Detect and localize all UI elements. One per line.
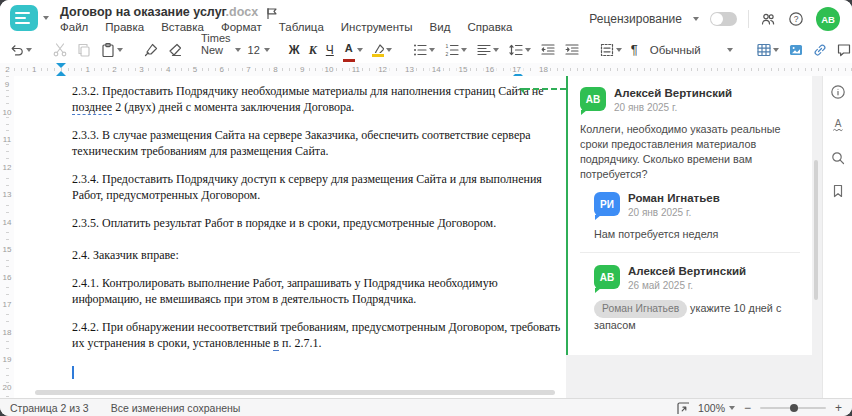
help-icon[interactable]: ? — [788, 11, 805, 28]
first-line-indent-marker[interactable] — [56, 63, 66, 68]
horizontal-scrollbar[interactable] — [35, 390, 555, 395]
insert-table-button[interactable] — [755, 39, 780, 61]
zoom-out-button[interactable]: − — [744, 403, 751, 413]
menu-item[interactable]: Таблица — [279, 21, 324, 33]
zoom-slider[interactable] — [760, 407, 826, 409]
page-indicator[interactable]: Страница 2 из 3 — [10, 402, 89, 414]
insert-link-button[interactable] — [811, 39, 828, 61]
ruler-number: 13 — [403, 65, 416, 74]
search-icon[interactable] — [830, 150, 846, 166]
logo-chevron-down-icon[interactable] — [43, 16, 49, 20]
paragraph: 2.3.2. Предоставить Подрядчику необходим… — [72, 83, 542, 115]
cut-button[interactable] — [51, 39, 68, 61]
bullet-list-chevron-down-icon[interactable] — [429, 48, 435, 52]
ruler-number: 11 — [350, 65, 362, 74]
clear-formatting-button[interactable] — [166, 39, 183, 61]
menu-item[interactable]: Файл — [60, 21, 88, 33]
review-toggle[interactable] — [710, 12, 737, 26]
italic-button[interactable]: К — [308, 39, 318, 61]
ruler-number: 15 — [1, 245, 13, 254]
undo-button[interactable] — [8, 39, 33, 61]
text-run: 2.3.3. В случае размещения Сайта на серв… — [72, 128, 531, 142]
horizontal-ruler: 21123456789101112131415161718 — [0, 63, 852, 77]
spellcheck-icon[interactable]: А — [830, 117, 846, 133]
paragraph: 2.3.5. Оплатить результат Работ в порядк… — [72, 215, 542, 231]
menu-item[interactable]: Правка — [105, 21, 144, 33]
comment[interactable]: АВАлексей Вертинский20 янв 2025 г.Коллег… — [580, 87, 800, 182]
ruler-number: 2 — [110, 65, 118, 74]
menu-item[interactable]: Инструменты — [341, 21, 413, 33]
commenter-avatar: АВ — [580, 87, 606, 111]
paragraph-style-chevron-down-icon — [727, 48, 733, 52]
zoom-select[interactable]: 100% — [698, 402, 735, 414]
ruler-number: 15 — [457, 65, 470, 74]
collaboration-users-icon[interactable] — [760, 11, 777, 28]
commenter-name: Роман Игнатьев — [628, 192, 720, 204]
text-run: 2.3.4. Предоставить Подрядчику доступ к … — [72, 172, 542, 186]
underline-button[interactable]: Ч — [325, 39, 335, 61]
text-run: их устранения в сроки, установленные — [72, 336, 273, 350]
paragraph-settings-button[interactable] — [598, 39, 623, 61]
numbered-list-button[interactable]: 12 — [443, 39, 468, 61]
header-right-controls: Рецензирование ? АВ — [589, 7, 840, 31]
bullet-list-button[interactable] — [411, 39, 436, 61]
decrease-indent-button[interactable] — [539, 39, 556, 61]
favorite-flag-icon[interactable] — [264, 6, 277, 19]
paragraph: 2.3.4. Предоставить Подрядчику доступ к … — [72, 171, 542, 203]
copy-button[interactable] — [75, 39, 92, 61]
user-avatar[interactable]: АВ — [816, 7, 840, 31]
bookmark-icon[interactable] — [830, 183, 846, 199]
paste-button[interactable] — [99, 39, 124, 61]
document-info-icon[interactable] — [830, 84, 846, 100]
line-spacing-chevron-down-icon[interactable] — [525, 48, 531, 52]
ruler-number: 18 — [537, 65, 550, 74]
fit-page-icon[interactable] — [676, 401, 689, 414]
ruler-number: 3 — [137, 65, 145, 74]
font-family-chevron-down-icon — [235, 48, 241, 52]
comment-meta: Роман Игнатьев20 янв 2025 г. — [628, 192, 720, 218]
app-logo-icon[interactable] — [10, 5, 38, 31]
zoom-in-button[interactable]: + — [835, 403, 842, 413]
highlight-color-button[interactable] — [371, 39, 393, 61]
insert-image-button[interactable] — [787, 39, 804, 61]
menu-item[interactable]: Вид — [430, 21, 451, 33]
paragraph: 2.4.2. При обнаружении несоответствий тр… — [72, 319, 542, 351]
text-run: информацию, не вмешиваясь при этом в дея… — [72, 292, 416, 306]
insert-comment-button[interactable] — [835, 39, 852, 61]
commented-text: позднее — [72, 100, 112, 115]
comment-header: АВАлексей Вертинский20 янв 2025 г. — [580, 87, 800, 113]
comment-thread[interactable]: АВАлексей Вертинский20 янв 2025 г.Коллег… — [566, 76, 812, 355]
comment-text: Роман Игнатьев укажите 10 дней с запасом — [594, 300, 800, 333]
paste-chevron-down-icon[interactable] — [117, 48, 123, 52]
zoom-slider-knob[interactable] — [790, 404, 798, 412]
formatting-marks-button[interactable]: ¶ — [630, 39, 639, 61]
paragraph-settings-chevron-down-icon[interactable] — [616, 48, 622, 52]
menu-item[interactable]: Справка — [467, 21, 512, 33]
line-spacing-button[interactable] — [507, 39, 532, 61]
format-painter-button[interactable] — [142, 39, 159, 61]
document-page[interactable]: 2.3.2. Предоставить Подрядчику необходим… — [14, 76, 566, 398]
comment-reply[interactable]: РИРоман Игнатьев20 янв 2025 г.Нам потреб… — [594, 192, 800, 242]
comment-date: 20 янв 2025 г. — [614, 102, 732, 113]
align-chevron-down-icon[interactable] — [493, 48, 499, 52]
insert-table-chevron-down-icon[interactable] — [773, 48, 779, 52]
bold-button[interactable]: Ж — [288, 39, 301, 61]
review-menu[interactable]: Рецензирование — [589, 12, 682, 26]
menu-item[interactable]: Вставка — [161, 21, 204, 33]
increase-indent-button[interactable] — [563, 39, 580, 61]
comments-scrollbar[interactable] — [814, 160, 818, 300]
numbered-list-chevron-down-icon[interactable] — [461, 48, 467, 52]
text-run: 2.4.2. При обнаружении несоответствий тр… — [72, 320, 560, 334]
align-button[interactable] — [475, 39, 500, 61]
comment-reply[interactable]: АВАлексей Вертинский26 май 2025 г.Роман … — [594, 265, 800, 333]
font-color-button[interactable]: А — [342, 39, 364, 61]
text-run: 2.4. Заказчик вправе: — [72, 248, 179, 262]
highlight-chevron-down-icon[interactable] — [386, 48, 392, 52]
comment-date: 26 май 2025 г. — [628, 280, 746, 291]
font-size-select[interactable]: 12 — [248, 44, 270, 56]
review-chevron-down-icon[interactable] — [693, 17, 699, 21]
app-window: Договор на оказание услуг.docx ФайлПравк… — [0, 0, 852, 416]
undo-chevron-down-icon[interactable] — [26, 48, 32, 52]
paragraph-style-select[interactable]: Обычный — [650, 44, 733, 56]
font-color-chevron-down-icon[interactable] — [357, 48, 363, 52]
